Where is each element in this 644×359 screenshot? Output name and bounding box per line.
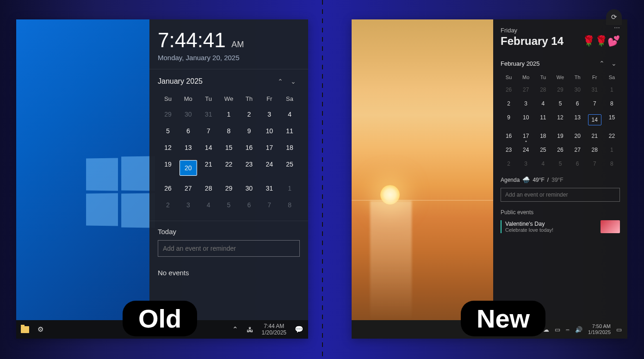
prev-month-button[interactable]: ⌃ [596,57,608,70]
day-cell[interactable]: 31 [198,106,219,123]
clock-date[interactable]: Monday, January 20, 2025 [158,54,300,62]
day-cell[interactable]: 13 [178,139,198,156]
day-cell[interactable]: 16 [501,129,517,143]
taskbar-clock[interactable]: 7:50 AM 1/19/2025 [588,323,611,335]
day-cell[interactable]: 3 [178,197,198,213]
day-cell[interactable]: 8 [604,97,620,111]
day-cell[interactable]: 14 [198,139,219,156]
day-cell[interactable]: 18 [535,129,551,143]
volume-icon[interactable]: 🔊 [575,326,582,333]
day-cell[interactable]: 6 [239,197,259,213]
day-cell[interactable]: 10 [518,111,534,129]
day-cell[interactable]: 8 [219,123,239,139]
file-explorer-icon[interactable] [21,326,29,333]
cast-icon[interactable]: ▭ [555,326,560,333]
day-cell[interactable]: 30 [178,106,198,123]
day-cell[interactable]: 2 [501,97,517,111]
day-cell[interactable]: 18 [279,139,300,156]
wifi-icon[interactable]: ⎓ [566,326,570,333]
day-cell[interactable]: 29 [158,106,178,123]
day-cell[interactable]: 12 [158,139,178,156]
day-cell[interactable]: 12 [552,111,568,129]
day-cell[interactable]: 3 [259,106,279,123]
notification-icon[interactable]: ▭ [616,326,622,333]
day-cell[interactable]: 5 [219,197,239,213]
day-cell[interactable]: 6 [178,123,198,139]
day-cell[interactable]: 3 [518,157,534,171]
day-cell[interactable]: 23 [501,143,517,157]
day-cell[interactable]: 16 [239,139,259,156]
day-cell[interactable]: 8 [604,157,620,171]
day-cell[interactable]: 22 [604,129,620,143]
tray-expand-icon[interactable]: ⌃ [232,325,238,334]
day-cell[interactable]: 9 [501,111,517,129]
month-label[interactable]: February 2025 [501,60,596,67]
day-cell[interactable]: 6 [570,97,586,111]
action-center-icon[interactable]: 💬 [295,325,303,334]
day-cell[interactable]: 2 [158,197,178,213]
more-options-button[interactable]: ⋯ [614,24,621,31]
day-cell[interactable]: 30 [239,180,259,197]
day-cell[interactable]: 5 [552,97,568,111]
day-cell[interactable]: 2 [501,157,517,171]
day-cell[interactable]: 1 [219,106,239,123]
day-cell[interactable]: 17 [518,129,534,143]
day-cell[interactable]: 7 [259,197,279,213]
day-cell[interactable]: 30 [570,83,586,97]
day-cell[interactable]: 9 [239,123,259,139]
day-cell[interactable]: 24 [518,143,534,157]
prev-month-button[interactable]: ⌃ [274,75,287,88]
day-cell[interactable]: 7 [198,123,219,139]
day-cell[interactable]: 26 [501,83,517,97]
day-cell[interactable]: 28 [587,143,603,157]
day-cell[interactable]: 5 [158,123,178,139]
day-cell[interactable]: 10 [259,123,279,139]
day-cell[interactable]: 19 [552,129,568,143]
day-cell[interactable]: 22 [219,156,239,180]
day-cell[interactable]: 25 [279,156,300,180]
day-cell[interactable]: 27 [570,143,586,157]
next-month-button[interactable]: ⌄ [608,57,620,70]
taskbar-clock[interactable]: 7:44 AM 1/20/2025 [262,323,286,336]
day-cell[interactable]: 15 [219,139,239,156]
day-cell[interactable]: 4 [279,106,300,123]
day-cell[interactable]: 4 [535,157,551,171]
day-cell[interactable]: 28 [198,180,219,197]
next-month-button[interactable]: ⌄ [287,75,300,88]
network-icon[interactable]: 🖧 [247,326,254,334]
add-event-input[interactable] [158,240,300,257]
day-cell[interactable]: 19 [158,156,178,180]
event-valentines[interactable]: Valentine's Day Celebrate love today! [501,220,620,233]
day-cell[interactable]: 13 [570,111,586,129]
day-cell[interactable]: 26 [552,143,568,157]
day-cell[interactable]: 25 [535,143,551,157]
day-cell[interactable]: 5 [552,157,568,171]
day-cell[interactable]: 21 [587,129,603,143]
day-cell[interactable]: 17 [259,139,279,156]
like-image-button[interactable]: ⟳ [606,9,622,25]
day-cell[interactable]: 27 [518,83,534,97]
day-cell[interactable]: 20 [178,156,198,180]
day-cell[interactable]: 1 [279,180,300,197]
day-cell[interactable]: 24 [259,156,279,180]
day-cell[interactable]: 26 [158,180,178,197]
day-cell[interactable]: 11 [279,123,300,139]
day-cell[interactable]: 3 [518,97,534,111]
day-cell[interactable]: 20 [570,129,586,143]
settings-icon[interactable]: ⚙ [37,325,43,334]
day-cell[interactable]: 8 [279,197,300,213]
day-cell[interactable]: 28 [535,83,551,97]
day-cell[interactable]: 29 [219,180,239,197]
day-cell[interactable]: 6 [570,157,586,171]
day-cell[interactable]: 1 [604,83,620,97]
day-cell[interactable]: 23 [239,156,259,180]
add-event-input[interactable] [501,188,620,202]
day-cell[interactable]: 11 [535,111,551,129]
day-cell[interactable]: 4 [535,97,551,111]
day-cell[interactable]: 21 [198,156,219,180]
day-cell[interactable]: 31 [587,83,603,97]
day-cell[interactable]: 29 [552,83,568,97]
day-cell[interactable]: 31 [259,180,279,197]
day-cell[interactable]: 7 [587,157,603,171]
day-cell[interactable]: 7 [587,97,603,111]
